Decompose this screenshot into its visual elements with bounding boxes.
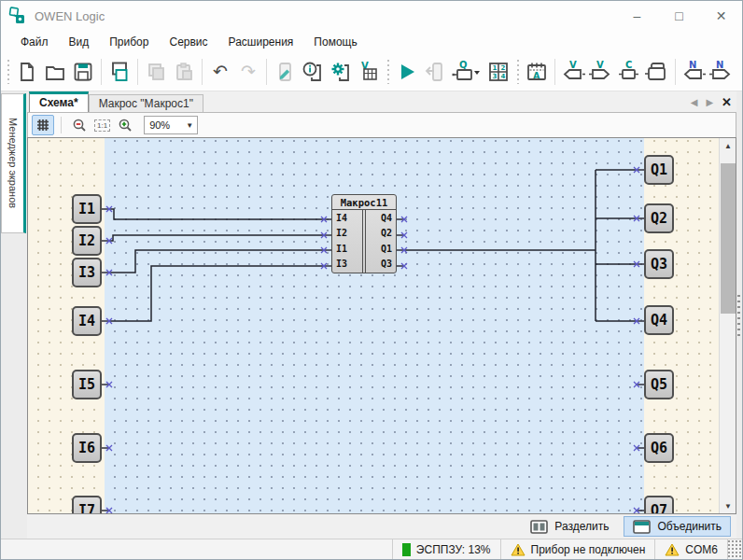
block-label: Q3 xyxy=(651,256,667,273)
copy-icon[interactable] xyxy=(142,57,170,87)
right-panel-splitter[interactable] xyxy=(736,91,742,539)
device-configuration-icon[interactable] xyxy=(327,57,355,87)
save-project-icon[interactable] xyxy=(69,57,97,87)
new-document-icon[interactable] xyxy=(13,57,41,87)
merge-view-button[interactable]: Объединить xyxy=(624,516,731,537)
macro-pin-in: I4 xyxy=(336,213,347,224)
svg-text:3: 3 xyxy=(493,73,498,80)
macro-block[interactable]: Макрос11 I4Q4 I2Q2 I1Q1 I3Q3 xyxy=(331,194,397,273)
svg-text:V: V xyxy=(596,60,604,70)
canvas-toolbar: 1:1 90% ▼ xyxy=(27,112,736,137)
bottom-strip: Разделить Объединить xyxy=(27,514,736,539)
screen-manager-tab[interactable]: Менеджер экранов xyxy=(1,93,26,233)
com-port-segment[interactable]: COM6 xyxy=(654,539,727,559)
main-area: Менеджер экранов Схема* Макрос "Макрос1"… xyxy=(1,91,742,539)
device-transfer-icon[interactable] xyxy=(643,57,671,87)
block-label: I7 xyxy=(78,502,95,513)
menu-extensions[interactable]: Расширения xyxy=(218,33,304,51)
block-label: Q4 xyxy=(651,312,667,329)
svg-text:1: 1 xyxy=(493,64,498,72)
vertical-scrollbar[interactable]: ▲ ▼ xyxy=(719,138,736,513)
eeprom-usage-text: ЭСППЗУ: 13% xyxy=(416,543,491,556)
disconnect-device-icon[interactable] xyxy=(421,57,449,87)
warning-icon xyxy=(511,543,526,556)
svg-text:A: A xyxy=(533,70,540,79)
zoom-level-value: 90% xyxy=(145,119,182,131)
constant-icon[interactable]: C xyxy=(615,57,643,87)
document-tab-bar: Схема* Макрос "Макрос1" ◀ ▶ ✕ xyxy=(27,91,736,112)
input-block-i4[interactable]: I4 xyxy=(72,306,102,336)
zoom-out-button[interactable] xyxy=(68,115,91,135)
menu-file[interactable]: Файл xyxy=(10,33,59,51)
toolbar-grip[interactable] xyxy=(5,60,11,84)
input-block-i1[interactable]: I1 xyxy=(72,194,102,224)
block-label: Q7 xyxy=(651,502,667,513)
menu-help[interactable]: Помощь xyxy=(303,33,367,51)
open-project-icon[interactable] xyxy=(41,57,69,87)
macro-pin-in: I1 xyxy=(336,244,347,255)
toolbar-grip[interactable] xyxy=(514,60,521,84)
input-block-i6[interactable]: I6 xyxy=(72,433,102,463)
tab-schema[interactable]: Схема* xyxy=(29,91,89,112)
undo-icon[interactable]: ↶ xyxy=(206,57,234,87)
output-block-q1[interactable]: Q1 xyxy=(644,155,674,185)
io-quadrant-icon[interactable]: 1234 xyxy=(484,57,512,87)
network-input-icon[interactable]: N xyxy=(680,57,708,87)
chevron-down-icon: ▼ xyxy=(182,121,197,130)
variable-table-icon[interactable]: V xyxy=(355,57,383,87)
output-block-q7[interactable]: Q7 xyxy=(644,496,674,513)
output-block-q3[interactable]: Q3 xyxy=(644,249,674,279)
scroll-up-icon[interactable]: ▲ xyxy=(720,138,736,153)
output-block-q5[interactable]: Q5 xyxy=(644,370,674,399)
write-to-device-icon[interactable] xyxy=(271,57,299,87)
grid-toggle-button[interactable] xyxy=(32,115,54,135)
device-information-icon[interactable] xyxy=(299,57,327,87)
paste-icon[interactable] xyxy=(170,57,198,87)
start-simulation-icon[interactable] xyxy=(393,57,421,87)
left-panel-strip: Менеджер экранов xyxy=(1,91,27,539)
block-label: I4 xyxy=(78,313,95,329)
tab-scroll-left-icon[interactable]: ◀ xyxy=(691,97,698,107)
menu-device[interactable]: Прибор xyxy=(99,33,159,51)
actual-size-button[interactable]: 1:1 xyxy=(94,119,110,132)
zoom-in-button[interactable] xyxy=(114,115,136,135)
warning-icon xyxy=(665,543,680,556)
input-block-i2[interactable]: I2 xyxy=(72,226,102,256)
output-block-q2[interactable]: Q2 xyxy=(644,203,674,233)
input-block-i3[interactable]: I3 xyxy=(72,258,102,287)
tab-scroll-right-icon[interactable]: ▶ xyxy=(706,97,713,107)
svg-text:Q: Q xyxy=(459,60,468,70)
output-block-q4[interactable]: Q4 xyxy=(644,305,674,335)
input-block-i5[interactable]: I5 xyxy=(72,370,102,399)
tab-macro[interactable]: Макрос "Макрос1" xyxy=(89,94,203,112)
redo-icon[interactable]: ↷ xyxy=(234,57,262,87)
block-label: I3 xyxy=(78,264,95,281)
macro-block-title: Макрос11 xyxy=(332,195,396,210)
close-button[interactable]: ✕ xyxy=(700,2,742,30)
resize-grip-icon[interactable] xyxy=(727,539,742,559)
online-values-icon[interactable]: Q xyxy=(449,57,484,87)
menu-view[interactable]: Вид xyxy=(59,33,100,51)
zoom-level-select[interactable]: 90% ▼ xyxy=(144,116,198,134)
input-variable-icon[interactable]: V xyxy=(559,57,587,87)
calendar-clock-icon[interactable]: A xyxy=(523,57,551,87)
print-icon[interactable] xyxy=(105,57,133,87)
block-label: Q2 xyxy=(651,210,667,227)
network-output-icon[interactable]: N xyxy=(708,57,736,87)
minimize-button[interactable]: – xyxy=(616,2,658,30)
schema-canvas[interactable]: I1 I2 I3 I4 I5 I6 I7 Q1 Q2 Q3 Q4 Q5 Q6 Q… xyxy=(28,138,719,513)
toolbar-grip[interactable] xyxy=(385,60,391,84)
menu-service[interactable]: Сервис xyxy=(159,33,217,51)
svg-text:4: 4 xyxy=(501,73,506,80)
output-block-q6[interactable]: Q6 xyxy=(644,433,674,463)
input-block-i7[interactable]: I7 xyxy=(72,496,102,513)
block-label: Q1 xyxy=(651,161,667,178)
output-variable-icon[interactable]: V xyxy=(587,57,615,87)
split-view-button[interactable]: Разделить xyxy=(521,516,618,537)
tab-close-icon[interactable]: ✕ xyxy=(722,96,732,108)
scrollbar-thumb[interactable] xyxy=(721,163,736,314)
maximize-button[interactable]: □ xyxy=(658,2,700,30)
scroll-down-icon[interactable]: ▼ xyxy=(720,498,736,513)
svg-text:N: N xyxy=(716,60,723,70)
device-state-text: Прибор не подключен xyxy=(531,543,646,556)
